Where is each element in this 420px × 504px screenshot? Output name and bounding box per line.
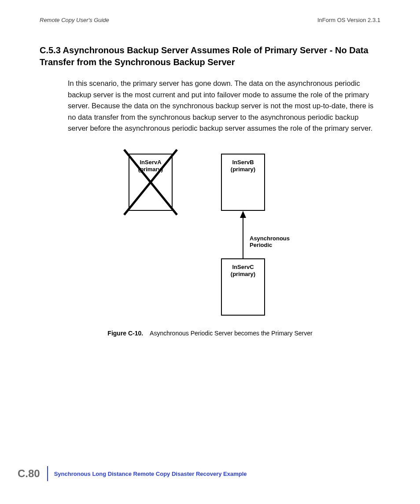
server-c-role: (primary) (222, 271, 264, 278)
page-footer: C.80 Synchronous Long Distance Remote Co… (18, 466, 247, 481)
header-right: InForm OS Version 2.3.1 (317, 17, 380, 23)
server-b-box: InServB (primary) (221, 154, 265, 211)
server-a-box: InServA (primary) (129, 154, 173, 211)
svg-marker-3 (240, 211, 246, 218)
figure-number: Figure C-10. (107, 330, 143, 337)
server-c-name: InServC (222, 264, 264, 271)
server-a-role: (primary) (129, 166, 172, 173)
section-heading: C.5.3 Asynchronous Backup Server Assumes… (40, 44, 380, 68)
running-header: Remote Copy User's Guide InForm OS Versi… (40, 17, 380, 23)
arrow-label-line1: Asynchronous (250, 235, 290, 242)
page-content: Remote Copy User's Guide InForm OS Versi… (0, 0, 420, 337)
figure-caption-text: Asynchronous Periodic Server becomes the… (150, 330, 313, 337)
figure-diagram: InServA (primary) InServB (primary) InSe… (87, 150, 333, 322)
arrow-label: Asynchronous Periodic (250, 235, 290, 249)
page-number: C.80 (18, 467, 47, 480)
header-left: Remote Copy User's Guide (40, 17, 109, 23)
body-paragraph: In this scenario, the primary server has… (68, 78, 380, 134)
arrow-label-line2: Periodic (250, 242, 290, 249)
figure-caption: Figure C-10. Asynchronous Periodic Serve… (40, 330, 380, 337)
footer-divider (47, 466, 48, 481)
server-b-role: (primary) (222, 166, 264, 173)
arrow-up-icon (240, 211, 246, 258)
server-b-name: InServB (222, 159, 264, 166)
server-c-box: InServC (primary) (221, 258, 265, 316)
server-a-name: InServA (129, 159, 172, 166)
footer-section-link[interactable]: Synchronous Long Distance Remote Copy Di… (54, 471, 247, 477)
